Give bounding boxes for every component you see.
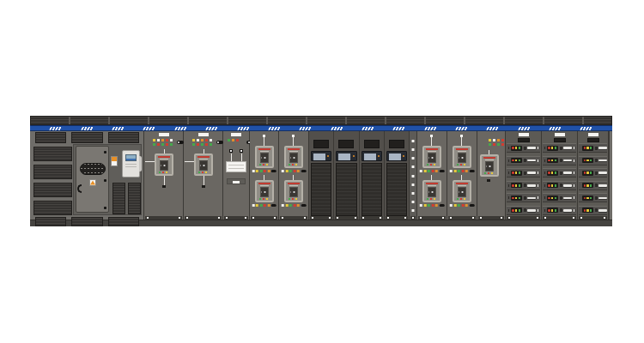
bucket-lights: [547, 196, 558, 201]
selector-switch: [216, 141, 223, 144]
breaker-handle: [524, 184, 536, 187]
vent-slot-icon: [364, 140, 380, 148]
mcc-bucket: [543, 143, 576, 153]
drive-bay: [360, 131, 385, 226]
bucket-lights: [511, 183, 522, 188]
mcc-bucket: [579, 168, 607, 178]
vent-grille-icon: [71, 132, 102, 143]
brand-logo-icon: [518, 127, 530, 130]
mimic-line: [293, 136, 294, 146]
mimic-line: [264, 136, 264, 146]
instrument-icon: [229, 149, 233, 153]
drive-display: [386, 151, 407, 161]
mcc-bucket: [543, 181, 576, 190]
vent-grille-icon: [71, 217, 102, 226]
indicator-lights: [420, 170, 445, 172]
brand-logo-icon: [112, 127, 124, 130]
mimic-line: [431, 136, 432, 146]
drive-bay: [385, 131, 409, 226]
brand-logo-icon: [361, 127, 374, 130]
label-tag: [574, 209, 574, 212]
breaker-handle: [560, 147, 572, 150]
mcc-column-3: [578, 131, 609, 226]
status-led: [353, 155, 355, 157]
latch-icon: [508, 159, 509, 162]
label-tag: [538, 196, 538, 199]
clamp-icon: [412, 157, 415, 159]
latch-icon: [544, 184, 545, 187]
warning-label-icon: [89, 179, 96, 186]
bucket-lights: [511, 146, 522, 151]
brand-logo-icon: [237, 127, 249, 130]
mimic-terminal: [162, 185, 166, 188]
mimic-terminal: [487, 179, 490, 182]
metering-bay: [223, 131, 250, 226]
cabinet-bottom-grilles: [35, 217, 139, 226]
breaker-handle: [524, 196, 536, 200]
vent-grille-icon: [33, 147, 72, 161]
air-circuit-breaker: [284, 146, 303, 168]
latch-icon: [508, 147, 509, 149]
indicator-lights: [282, 170, 307, 172]
drive-section: [309, 131, 410, 226]
drive-door: [311, 163, 331, 216]
mimic-terminal: [202, 185, 205, 188]
status-led: [378, 155, 380, 157]
mimic-line: [164, 176, 165, 185]
label-tag: [574, 159, 574, 162]
power-meter: [122, 150, 140, 178]
cabinet-door: [76, 146, 109, 213]
bucket-lights: [511, 158, 522, 163]
brand-logo-icon: [393, 127, 405, 130]
label-tag: [233, 181, 240, 184]
nameplate: [555, 133, 565, 136]
vent-slot-icon: [518, 138, 530, 142]
bucket-lights: [582, 196, 593, 201]
indicator-lights: [228, 139, 245, 143]
brand-logo-icon: [174, 127, 186, 130]
brand-band: [30, 125, 612, 131]
breaker-handle: [595, 208, 607, 212]
breaker-handle: [560, 159, 572, 162]
breaker-bay-3: [477, 131, 506, 226]
end-panel: [609, 131, 611, 226]
latch-icon: [544, 209, 545, 212]
hinge-icon: [104, 179, 106, 182]
breaker-handle: [524, 208, 536, 212]
latch-icon: [508, 172, 509, 174]
aux-device: [111, 156, 118, 166]
vent-grille-icon: [33, 165, 72, 179]
display-screen: [364, 153, 376, 160]
label-tag: [574, 184, 574, 187]
air-circuit-breaker: [453, 146, 471, 168]
drive-bay: [309, 131, 334, 226]
main-cabinet: [30, 131, 144, 226]
air-circuit-breaker: [453, 180, 471, 202]
latch-icon: [508, 184, 509, 187]
status-led: [327, 155, 329, 157]
mimic-line: [231, 153, 232, 161]
bucket-lights: [582, 158, 593, 163]
metering-device: [226, 161, 246, 172]
vent-grille-icon: [112, 183, 125, 214]
display-screen: [389, 153, 401, 160]
mcc-bucket: [543, 156, 576, 165]
cable-clamps: [412, 140, 415, 212]
mcc-bucket: [543, 193, 576, 202]
clamp-icon: [412, 209, 415, 212]
cabinet-lower-grilles: [112, 183, 141, 214]
status-led: [403, 155, 404, 157]
mcc-bucket: [543, 168, 576, 178]
breaker-bay-2: [184, 131, 223, 226]
brand-logo-icon: [50, 127, 62, 130]
bucket-lights: [582, 171, 593, 176]
mcc-column-2: [542, 131, 578, 226]
air-circuit-breaker: [194, 153, 213, 176]
breaker-handle: [524, 172, 536, 175]
bucket-lights: [511, 208, 522, 213]
vent-slot-icon: [313, 140, 329, 148]
breaker-handle: [595, 184, 607, 187]
vent-grille-icon: [128, 183, 141, 214]
latch-icon: [508, 196, 509, 199]
bucket-lights: [511, 171, 522, 176]
